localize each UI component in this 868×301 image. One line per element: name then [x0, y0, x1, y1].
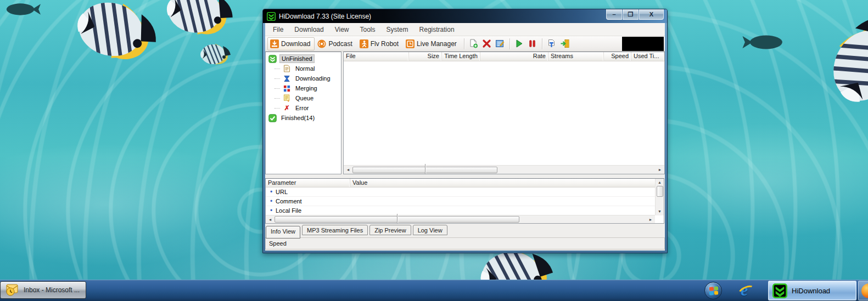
tab-log-view[interactable]: Log View — [413, 225, 447, 235]
tree-label-unfinished: UnFinished — [279, 54, 315, 63]
tree-item-merging[interactable]: Merging — [266, 83, 341, 93]
content-area: UnFinished Normal — [265, 52, 665, 174]
scroll-left-icon[interactable]: ◄ — [266, 218, 275, 222]
live-manager-icon — [406, 39, 415, 48]
tree-item-normal[interactable]: Normal — [266, 64, 341, 73]
download-view-label: Download — [281, 40, 310, 48]
tab-zip-preview[interactable]: Zip Preview — [369, 225, 411, 235]
scheduler-button[interactable] — [547, 39, 557, 49]
title-bar[interactable]: HiDownload 7.33 (Site License) – ❐ X — [263, 9, 667, 23]
app-logo-icon — [267, 12, 276, 21]
details-vertical-scrollbar[interactable]: ▲ ▼ — [655, 179, 664, 215]
tab-info-view[interactable]: Info View — [266, 226, 300, 238]
scroll-right-icon[interactable]: ► — [656, 168, 664, 172]
category-tree: UnFinished Normal — [265, 52, 341, 174]
scroll-down-icon[interactable]: ▼ — [656, 208, 664, 215]
tree-item-unfinished[interactable]: UnFinished — [266, 54, 341, 64]
toolbar-separator — [464, 38, 464, 49]
tree-label-queue: Queue — [294, 94, 315, 102]
finished-check-icon — [268, 114, 277, 122]
column-speed[interactable]: Speed — [604, 52, 631, 61]
details-horizontal-scrollbar[interactable]: ◄ ► — [266, 215, 655, 223]
menu-view[interactable]: View — [329, 24, 355, 36]
live-manager-button[interactable]: Live Manager — [403, 37, 461, 50]
taskbar-hidownload-label: HiDownload — [792, 287, 830, 295]
scroll-up-icon[interactable]: ▲ — [656, 179, 664, 186]
scrollbar-thumb[interactable] — [657, 186, 663, 197]
status-speed-label: Speed — [269, 240, 287, 247]
outlook-icon — [5, 283, 19, 297]
delete-button[interactable] — [482, 39, 492, 49]
detail-row-url[interactable]: • URL — [266, 188, 664, 197]
download-list: File Size Time Length Rate Streams Speed… — [343, 52, 665, 174]
scroll-left-icon[interactable]: ◄ — [344, 168, 352, 172]
start-button[interactable] — [514, 39, 524, 49]
menu-tools[interactable]: Tools — [355, 24, 381, 36]
download-view-button[interactable]: Download — [267, 37, 315, 50]
column-value[interactable]: Value — [350, 179, 664, 187]
list-header: File Size Time Length Rate Streams Speed… — [344, 52, 664, 61]
pause-button[interactable] — [528, 39, 537, 49]
tree-connector — [275, 108, 280, 109]
param-comment-label: Comment — [276, 198, 302, 205]
add-download-button[interactable] — [469, 39, 479, 49]
tree-item-finished[interactable]: Finished(14) — [266, 113, 341, 123]
menu-bar: File Download View Tools System Registra… — [265, 23, 665, 36]
normal-file-icon — [283, 65, 291, 73]
taskbar-firefox-button[interactable] — [858, 281, 868, 300]
thumb-grip-icon — [397, 214, 397, 224]
window-body: File Download View Tools System Registra… — [265, 23, 665, 251]
hourglass-icon — [283, 75, 291, 83]
column-used-time[interactable]: Used Ti... — [631, 52, 664, 61]
tree-connector — [275, 88, 280, 89]
scroll-right-icon[interactable]: ► — [646, 218, 655, 222]
column-streams[interactable]: Streams — [548, 52, 604, 61]
exit-button[interactable] — [560, 39, 570, 49]
detail-row-local-file[interactable]: • Local File — [266, 206, 664, 215]
param-url-label: URL — [276, 189, 288, 195]
bullet-icon: • — [270, 207, 276, 214]
flv-robot-button[interactable]: Flv Robot — [357, 37, 403, 50]
close-button[interactable]: X — [639, 9, 664, 20]
minimize-button[interactable]: – — [606, 9, 622, 20]
list-body-empty[interactable] — [344, 61, 664, 165]
start-button[interactable] — [704, 282, 722, 299]
small-dark-fish-right-icon — [742, 33, 786, 52]
podcast-label: Podcast — [328, 40, 352, 48]
detail-row-comment[interactable]: • Comment — [266, 197, 664, 206]
column-parameter[interactable]: Parameter — [266, 179, 350, 187]
error-x-icon: ✗ — [283, 104, 291, 112]
menu-file[interactable]: File — [267, 24, 289, 36]
maximize-button[interactable]: ❐ — [623, 9, 639, 20]
list-horizontal-scrollbar[interactable]: ◄ ► — [344, 165, 664, 174]
internet-explorer-button[interactable]: e — [737, 282, 757, 300]
unfinished-icon — [268, 55, 277, 63]
hidownload-window: HiDownload 7.33 (Site License) – ❐ X Fil… — [262, 9, 668, 253]
menu-registration[interactable]: Registration — [414, 24, 460, 36]
status-bar: Speed — [265, 237, 665, 249]
tree-item-queue[interactable]: Queue — [266, 93, 341, 103]
podcast-icon — [317, 39, 326, 48]
menu-download[interactable]: Download — [289, 24, 329, 36]
podcast-button[interactable]: Podcast — [315, 37, 356, 50]
param-local-file-label: Local File — [276, 207, 301, 214]
taskbar-hidownload-button[interactable]: HiDownload — [768, 281, 856, 300]
scrollbar-thumb[interactable] — [275, 216, 519, 223]
menu-system[interactable]: System — [381, 24, 414, 36]
taskbar-outlook-button[interactable]: Inbox - Microsoft ... — [0, 281, 86, 299]
merge-grid-icon — [283, 84, 291, 93]
scrollbar-thumb[interactable] — [352, 167, 497, 173]
tab-mp3-streaming-files[interactable]: MP3 Streaming Files — [302, 225, 368, 235]
tree-connector — [275, 78, 280, 79]
tree-item-error[interactable]: ✗ Error — [266, 103, 341, 113]
toolbar-separator — [542, 38, 542, 49]
column-time-length[interactable]: Time Length — [442, 52, 480, 61]
column-file[interactable]: File — [344, 52, 409, 61]
firefox-icon — [861, 283, 868, 298]
exit-door-icon — [560, 39, 570, 48]
column-size[interactable]: Size — [409, 52, 442, 61]
properties-button[interactable] — [495, 39, 505, 49]
column-rate[interactable]: Rate — [480, 52, 548, 61]
tree-item-downloading[interactable]: Downloading — [266, 73, 341, 83]
live-manager-label: Live Manager — [417, 40, 457, 48]
